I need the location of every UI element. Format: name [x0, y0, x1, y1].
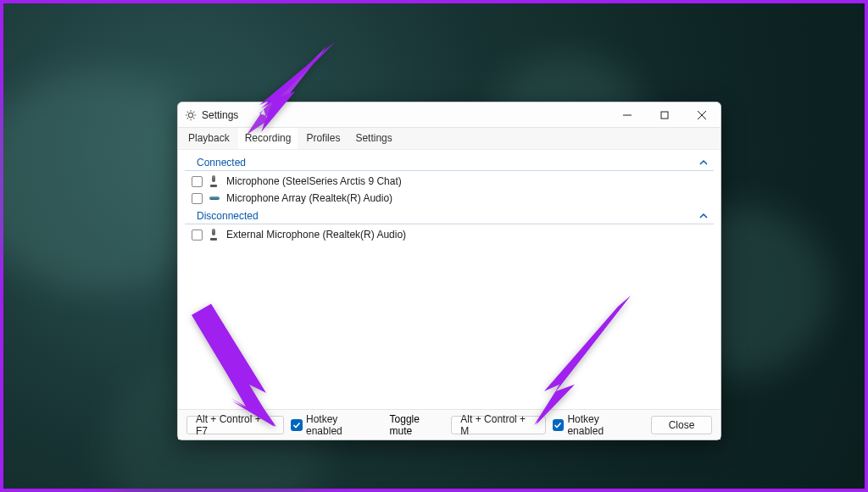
- window-titlebar[interactable]: Settings: [178, 102, 721, 128]
- hotkey1-button[interactable]: Alt + Control + F7: [186, 416, 284, 434]
- device-row[interactable]: Microphone (SteelSeries Arctis 9 Chat): [185, 173, 714, 190]
- hotkey2-enabled-label: Hotkey enabled: [567, 413, 637, 437]
- hotkey1-enabled-checkbox[interactable]: Hotkey enabled: [291, 413, 376, 437]
- device-checkbox[interactable]: [192, 176, 203, 187]
- window-maximize-button[interactable]: [646, 102, 683, 128]
- window-minimize-button[interactable]: [609, 102, 646, 128]
- section-disconnected-header[interactable]: Disconnected: [185, 207, 714, 224]
- device-list: Connected Microphone (SteelSeries Arctis…: [178, 150, 721, 409]
- tab-bar: Playback Recording Profiles Settings: [178, 128, 721, 150]
- tab-playback[interactable]: Playback: [181, 128, 236, 149]
- tab-recording[interactable]: Recording: [238, 128, 298, 149]
- checkbox-checked-icon: [291, 419, 303, 431]
- microphone-icon: [208, 229, 221, 240]
- toggle-mute-label: Toggle mute: [390, 413, 445, 437]
- svg-line-7: [187, 118, 188, 119]
- window-close-button[interactable]: [683, 102, 721, 128]
- device-label: Microphone Array (Realtek(R) Audio): [226, 192, 392, 204]
- svg-line-6: [193, 118, 194, 119]
- section-disconnected-label: Disconnected: [197, 210, 259, 222]
- svg-point-0: [188, 113, 192, 117]
- hotkey2-enabled-checkbox[interactable]: Hotkey enabled: [553, 413, 637, 437]
- svg-line-8: [193, 111, 194, 112]
- device-label: External Microphone (Realtek(R) Audio): [226, 229, 406, 240]
- annotated-screenshot-frame: Settings Playback Recording Profiles Set…: [0, 0, 868, 492]
- microphone-icon: [208, 175, 221, 187]
- chevron-up-icon: [698, 211, 709, 221]
- checkbox-checked-icon: [553, 419, 565, 431]
- bottom-toolbar: Alt + Control + F7 Hotkey enabled Toggle…: [178, 409, 721, 439]
- tab-profiles[interactable]: Profiles: [299, 128, 347, 149]
- device-label: Microphone (SteelSeries Arctis 9 Chat): [226, 175, 402, 187]
- device-checkbox[interactable]: [192, 229, 203, 240]
- window-title: Settings: [202, 109, 238, 121]
- app-gear-icon: [185, 109, 197, 121]
- svg-rect-10: [661, 112, 668, 119]
- section-connected-header[interactable]: Connected: [185, 153, 714, 171]
- microphone-array-icon: [208, 192, 221, 204]
- device-row[interactable]: Microphone Array (Realtek(R) Audio): [185, 190, 714, 207]
- settings-window: Settings Playback Recording Profiles Set…: [177, 102, 721, 440]
- svg-line-5: [187, 111, 188, 112]
- device-checkbox[interactable]: [192, 193, 203, 204]
- close-button[interactable]: Close: [651, 416, 712, 434]
- hotkey2-button[interactable]: Alt + Control + M: [451, 416, 545, 434]
- tab-settings[interactable]: Settings: [348, 128, 398, 149]
- chevron-up-icon: [698, 158, 709, 168]
- device-row[interactable]: External Microphone (Realtek(R) Audio): [185, 226, 714, 243]
- section-connected-label: Connected: [197, 157, 246, 169]
- hotkey1-enabled-label: Hotkey enabled: [306, 413, 376, 437]
